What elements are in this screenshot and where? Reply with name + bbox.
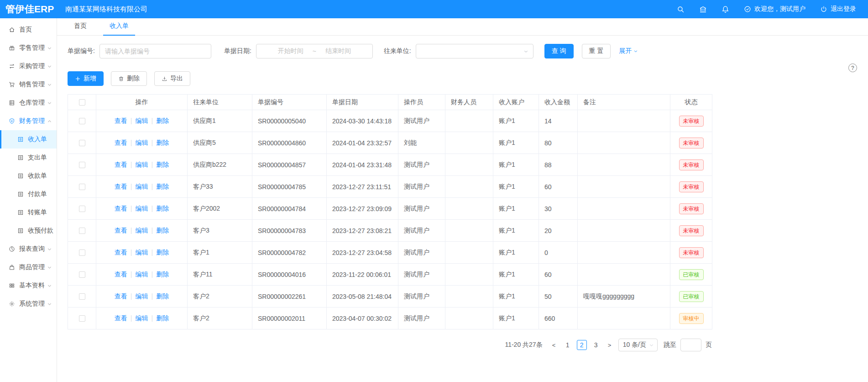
op-separator: | <box>152 205 153 212</box>
op-edit-link[interactable]: 编辑 <box>136 117 148 124</box>
op-view-link[interactable]: 查看 <box>115 227 127 234</box>
op-delete-link[interactable]: 删除 <box>156 183 169 190</box>
op-edit-link[interactable]: 编辑 <box>136 227 148 234</box>
jump-page-input[interactable] <box>680 339 701 351</box>
sidebar-item-商品管理[interactable]: 商品管理 <box>0 258 57 276</box>
welcome-user[interactable]: 欢迎您，测试用户 <box>744 5 805 13</box>
chevron-down-icon <box>47 283 52 288</box>
row-checkbox[interactable] <box>79 206 85 212</box>
op-view-link[interactable]: 查看 <box>115 205 127 212</box>
row-checkbox[interactable] <box>79 271 85 278</box>
delete-button[interactable]: 删除 <box>111 71 147 86</box>
page-number-3[interactable]: 3 <box>591 340 601 350</box>
sidebar-item-报表查询[interactable]: 报表查询 <box>0 240 57 258</box>
sidebar-item-零售管理[interactable]: 零售管理 <box>0 39 57 57</box>
prev-page-button[interactable]: < <box>549 342 559 349</box>
operator-cell: 测试用户 <box>398 264 445 286</box>
row-actions-cell: 查看|编辑|删除 <box>96 264 188 286</box>
op-edit-link[interactable]: 编辑 <box>136 205 148 212</box>
status-cell: 未审核 <box>670 132 712 154</box>
remark-cell <box>578 308 670 329</box>
add-button[interactable]: 新增 <box>68 71 104 86</box>
search-icon[interactable] <box>677 5 685 13</box>
op-view-link[interactable]: 查看 <box>115 314 127 322</box>
op-separator: | <box>152 249 153 256</box>
tab-首页[interactable]: 首页 <box>73 22 88 35</box>
row-checkbox[interactable] <box>79 315 85 322</box>
sidebar-item-收款单[interactable]: 收款单 <box>0 167 57 185</box>
op-view-link[interactable]: 查看 <box>115 117 127 124</box>
table-row: 查看|编辑|删除供应商5SR000000048602024-01-04 23:3… <box>68 132 712 154</box>
chevron-down-icon <box>47 82 52 87</box>
sidebar-item-财务管理[interactable]: 财务管理 <box>0 112 57 130</box>
partner-cell: 客户1 <box>188 242 252 264</box>
bill-no-input[interactable] <box>99 44 211 58</box>
sidebar-item-转账单[interactable]: 转账单 <box>0 203 57 222</box>
row-checkbox[interactable] <box>79 162 85 168</box>
sidebar-item-label: 销售管理 <box>19 80 47 89</box>
sidebar-item-基本资料[interactable]: 基本资料 <box>0 276 57 295</box>
row-checkbox[interactable] <box>79 228 85 234</box>
account-cell: 账户1 <box>493 308 539 329</box>
tab-收入单[interactable]: 收入单 <box>109 22 130 35</box>
search-button[interactable]: 查 询 <box>544 44 574 58</box>
op-delete-link[interactable]: 删除 <box>156 271 169 278</box>
column-header-操作员: 操作员 <box>398 95 445 110</box>
select-all-checkbox[interactable] <box>79 99 85 106</box>
op-view-link[interactable]: 查看 <box>115 292 127 300</box>
op-edit-link[interactable]: 编辑 <box>136 271 148 278</box>
sidebar-item-收入单[interactable]: 收入单 <box>0 130 57 149</box>
op-delete-link[interactable]: 删除 <box>156 117 169 124</box>
op-edit-link[interactable]: 编辑 <box>136 161 148 168</box>
op-delete-link[interactable]: 删除 <box>156 314 169 322</box>
sidebar-item-销售管理[interactable]: 销售管理 <box>0 75 57 94</box>
op-delete-link[interactable]: 删除 <box>156 292 169 300</box>
page-number-1[interactable]: 1 <box>563 340 573 350</box>
op-separator: | <box>152 271 153 278</box>
op-edit-link[interactable]: 编辑 <box>136 292 148 300</box>
row-checkbox[interactable] <box>79 293 85 300</box>
partner-select[interactable] <box>416 44 533 58</box>
next-page-button[interactable]: > <box>605 342 614 349</box>
logout-button[interactable]: 退出登录 <box>820 5 856 13</box>
sidebar-item-采购管理[interactable]: 采购管理 <box>0 57 57 75</box>
op-view-link[interactable]: 查看 <box>115 183 127 190</box>
bell-icon[interactable] <box>722 5 729 13</box>
op-view-link[interactable]: 查看 <box>115 161 127 168</box>
sidebar-item-仓库管理[interactable]: 仓库管理 <box>0 94 57 112</box>
export-button[interactable]: 导出 <box>154 71 190 86</box>
status-badge: 已审核 <box>679 269 704 280</box>
date-range-picker[interactable]: 开始时间 ~ 结束时间 <box>256 44 373 58</box>
row-checkbox[interactable] <box>79 249 85 256</box>
op-delete-link[interactable]: 删除 <box>156 205 169 212</box>
op-edit-link[interactable]: 编辑 <box>136 249 148 256</box>
op-edit-link[interactable]: 编辑 <box>136 139 148 146</box>
op-delete-link[interactable]: 删除 <box>156 249 169 256</box>
sidebar-item-支出单[interactable]: 支出单 <box>0 149 57 167</box>
sidebar-item-首页[interactable]: 首页 <box>0 21 57 39</box>
expand-link[interactable]: 展开 <box>619 47 638 55</box>
op-view-link[interactable]: 查看 <box>115 139 127 146</box>
sidebar-item-系统管理[interactable]: 系统管理 <box>0 295 57 313</box>
op-view-link[interactable]: 查看 <box>115 249 127 256</box>
row-checkbox[interactable] <box>79 140 85 146</box>
app-logo: 管伊佳ERP <box>0 3 61 16</box>
income-bill-table-wrap: 操作往来单位单据编号单据日期操作员财务人员收入账户收入金额备注状态查看|编辑|删… <box>68 94 856 329</box>
op-delete-link[interactable]: 删除 <box>156 227 169 234</box>
page-number-2[interactable]: 2 <box>577 340 587 350</box>
row-checkbox[interactable] <box>79 184 85 190</box>
bank-icon[interactable] <box>699 5 707 13</box>
sidebar-item-付款单[interactable]: 付款单 <box>0 185 57 203</box>
op-delete-link[interactable]: 删除 <box>156 161 169 168</box>
sidebar-item-收预付款[interactable]: 收预付款 <box>0 222 57 240</box>
op-view-link[interactable]: 查看 <box>115 271 127 278</box>
op-edit-link[interactable]: 编辑 <box>136 183 148 190</box>
reset-button[interactable]: 重 置 <box>582 44 611 58</box>
date-cell: 2024-01-04 23:31:48 <box>327 154 398 176</box>
op-edit-link[interactable]: 编辑 <box>136 314 148 322</box>
row-checkbox[interactable] <box>79 118 85 124</box>
remark-cell <box>578 154 670 176</box>
op-delete-link[interactable]: 删除 <box>156 139 169 146</box>
help-icon[interactable]: ? <box>848 64 857 72</box>
page-size-select[interactable]: 10 条/页 <box>618 339 658 351</box>
